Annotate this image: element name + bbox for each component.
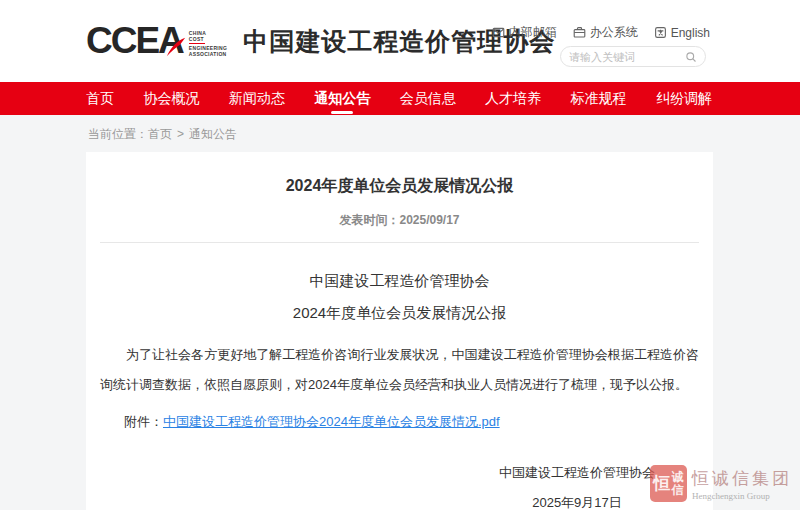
- attachment-label: 附件：: [124, 414, 163, 429]
- nav-item-home[interactable]: 首页: [86, 82, 114, 115]
- breadcrumb-current: 通知公告: [189, 127, 237, 141]
- site-search[interactable]: [560, 46, 706, 67]
- english-label: English: [671, 26, 710, 40]
- logo-red-rule: [189, 43, 205, 44]
- nav-item-news[interactable]: 新闻动态: [229, 82, 285, 115]
- logo-subtext-line: COST: [189, 36, 227, 42]
- logo-subtext: CHINA COST ENGINEERING ASSOCIATION: [189, 30, 227, 57]
- nav-item-notices[interactable]: 通知公告: [314, 82, 370, 115]
- attachment-pdf-link[interactable]: 中国建设工程造价管理协会2024年度单位会员发展情况.pdf: [163, 414, 500, 429]
- nav-item-dispute[interactable]: 纠纷调解: [656, 82, 712, 115]
- title-divider: [100, 242, 699, 243]
- page-title: 2024年度单位会员发展情况公报: [98, 176, 701, 197]
- briefcase-icon: [573, 26, 586, 39]
- site-header: CCEA CHINA COST ENGINEERING ASSOCIATION …: [0, 0, 800, 82]
- nav-item-training[interactable]: 人才培养: [485, 82, 541, 115]
- office-system-link[interactable]: 办公系统: [573, 24, 638, 41]
- breadcrumb-prefix: 当前位置：: [88, 127, 148, 141]
- english-link[interactable]: English: [654, 24, 710, 41]
- internal-mail-link[interactable]: 内部邮箱: [492, 24, 557, 41]
- signature-date: 2025年9月17日: [499, 494, 655, 510]
- article-subtitle-line: 2024年度单位会员发展情况公报: [98, 304, 701, 323]
- logo-subtext-line: ASSOCIATION: [189, 51, 227, 57]
- office-system-label: 办公系统: [590, 24, 638, 41]
- main-nav: 首页 协会概况 新闻动态 通知公告 会员信息 人才培养 标准规程 纠纷调解: [0, 82, 800, 115]
- signature-org: 中国建设工程造价管理协会: [499, 464, 655, 482]
- article-signature: 中国建设工程造价管理协会 2025年9月17日: [499, 464, 655, 510]
- internal-mail-label: 内部邮箱: [509, 24, 557, 41]
- nav-item-about[interactable]: 协会概况: [143, 82, 199, 115]
- breadcrumb: 当前位置：首页>通知公告: [0, 115, 800, 152]
- breadcrumb-separator: >: [177, 127, 184, 141]
- nav-item-standards[interactable]: 标准规程: [571, 82, 627, 115]
- publish-time-label: 发表时间：: [339, 213, 399, 227]
- logo-swoosh-icon: [165, 37, 187, 57]
- logo-subtext-line: ENGINEERING: [189, 45, 227, 51]
- article-org-line: 中国建设工程造价管理协会: [98, 272, 701, 291]
- breadcrumb-home-link[interactable]: 首页: [148, 127, 172, 141]
- publish-time: 发表时间：2025/09/17: [98, 212, 701, 229]
- nav-item-members[interactable]: 会员信息: [400, 82, 456, 115]
- translate-icon: [654, 26, 667, 39]
- search-icon[interactable]: [685, 51, 697, 63]
- publish-time-value: 2025/09/17: [399, 213, 459, 227]
- attachment-row: 附件：中国建设工程造价管理协会2024年度单位会员发展情况.pdf: [98, 413, 701, 431]
- site-logo[interactable]: CCEA CHINA COST ENGINEERING ASSOCIATION …: [86, 19, 555, 63]
- search-input[interactable]: [569, 51, 685, 63]
- article-paragraph: 为了让社会各方更好地了解工程造价咨询行业发展状况，中国建设工程造价管理协会根据工…: [98, 340, 701, 400]
- mail-icon: [492, 26, 505, 39]
- article-card: 2024年度单位会员发展情况公报 发表时间：2025/09/17 中国建设工程造…: [86, 152, 713, 510]
- header-quick-links: 内部邮箱 办公系统 English: [492, 24, 710, 41]
- logo-acronym: CCEA: [86, 19, 183, 63]
